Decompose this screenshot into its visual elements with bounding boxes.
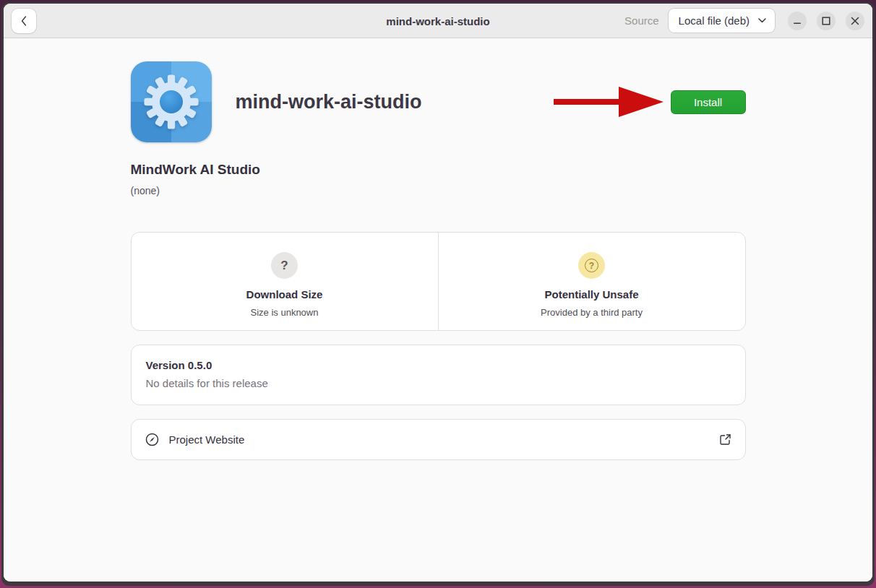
chevron-down-icon xyxy=(758,18,766,23)
source-label: Source xyxy=(624,14,659,27)
unsafe-question-badge-icon: ? xyxy=(578,252,605,279)
tile-subtitle: Size is unknown xyxy=(251,307,319,318)
minimize-button[interactable] xyxy=(788,12,807,30)
source-dropdown[interactable]: Local file (deb) xyxy=(669,9,775,33)
close-button[interactable] xyxy=(846,12,864,30)
tile-title: Potentially Unsafe xyxy=(544,288,638,301)
website-label: Project Website xyxy=(169,433,245,446)
minimize-icon xyxy=(793,17,802,25)
license-text: (none) xyxy=(131,185,746,196)
tile-title: Download Size xyxy=(246,288,323,301)
annotation-arrow-icon xyxy=(554,83,664,121)
context-bar: ? Download Size Size is unknown ? Potent… xyxy=(131,232,746,331)
app-icon xyxy=(131,61,212,142)
close-icon xyxy=(851,17,859,25)
version-card[interactable]: Version 0.5.0 No details for this releas… xyxy=(131,345,746,405)
app-title: mind-work-ai-studio xyxy=(236,91,422,113)
back-button[interactable] xyxy=(12,9,36,33)
project-website-row[interactable]: Project Website xyxy=(131,419,746,460)
version-subtitle: No details for this release xyxy=(146,377,731,389)
maximize-icon xyxy=(822,17,830,25)
app-header: mind-work-ai-studio Install xyxy=(131,61,746,142)
compass-icon xyxy=(145,433,159,446)
app-window: mind-work-ai-studio Source Local file (d… xyxy=(1,2,875,586)
version-title: Version 0.5.0 xyxy=(146,359,731,371)
question-glyph: ? xyxy=(280,259,288,273)
titlebar: mind-work-ai-studio Source Local file (d… xyxy=(4,4,872,38)
content-area: mind-work-ai-studio Install MindWork AI … xyxy=(4,38,872,581)
install-button[interactable]: Install xyxy=(671,90,746,114)
desktop-background: mind-work-ai-studio Source Local file (d… xyxy=(0,0,876,588)
source-dropdown-value: Local file (deb) xyxy=(679,14,750,27)
maximize-button[interactable] xyxy=(817,12,836,30)
back-chevron-icon xyxy=(20,15,28,27)
window-title: mind-work-ai-studio xyxy=(386,14,489,27)
gear-icon xyxy=(142,73,200,131)
window-inner: mind-work-ai-studio Source Local file (d… xyxy=(4,4,872,581)
titlebar-right: Source Local file (deb) xyxy=(624,9,864,33)
safety-tile[interactable]: ? Potentially Unsafe Provided by a third… xyxy=(439,233,745,330)
window-controls xyxy=(788,12,864,30)
tile-subtitle: Provided by a third party xyxy=(541,307,643,318)
question-mark-badge-icon: ? xyxy=(271,252,298,279)
download-size-tile[interactable]: ? Download Size Size is unknown xyxy=(132,233,438,330)
page-column: mind-work-ai-studio Install MindWork AI … xyxy=(131,61,746,460)
circled-question-glyph: ? xyxy=(585,259,598,272)
developer-name: MindWork AI Studio xyxy=(131,162,746,178)
external-link-icon xyxy=(719,433,731,446)
